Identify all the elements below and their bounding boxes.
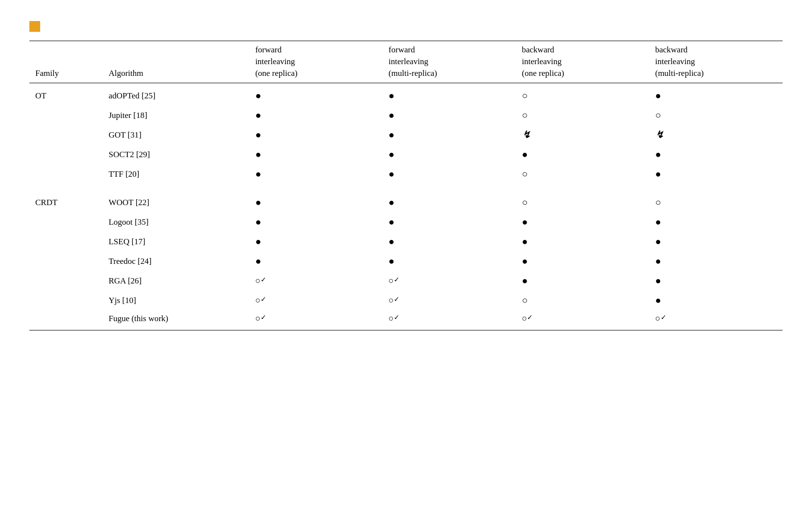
symbol-ov: ○✓ — [255, 276, 266, 285]
symbol-open: ○ — [655, 197, 661, 208]
cell-family — [29, 290, 103, 310]
ov-o: ○ — [655, 314, 661, 323]
cell-col2: ● — [382, 105, 516, 125]
header-algorithm: Algorithm — [103, 41, 249, 83]
symbol-ov: ○✓ — [388, 296, 400, 305]
cell-col4: ● — [649, 271, 783, 290]
cell-algorithm: WOOT [22] — [103, 190, 249, 212]
cell-col4: ● — [649, 251, 783, 271]
cell-col3: ○✓ — [516, 310, 649, 330]
symbol-filled: ● — [388, 216, 394, 227]
table-row: Treedoc [24]●●●● — [29, 251, 783, 271]
symbol-open: ○ — [522, 110, 528, 120]
cell-col2: ● — [382, 83, 516, 106]
cell-col2: ● — [382, 164, 516, 186]
table-row: Jupiter [18]●●○○ — [29, 105, 783, 125]
symbol-filled: ● — [522, 149, 528, 160]
cell-col4: ○ — [649, 190, 783, 212]
symbol-filled: ● — [255, 149, 261, 160]
cell-algorithm: adOPTed [25] — [103, 83, 249, 106]
cell-col3: ○ — [516, 83, 649, 106]
cell-algorithm: Jupiter [18] — [103, 105, 249, 125]
symbol-ov: ○✓ — [388, 314, 400, 323]
cell-family — [29, 310, 103, 330]
symbol-lightning: ↯ — [655, 129, 664, 140]
cell-col3: ○ — [516, 105, 649, 125]
cell-col2: ● — [382, 251, 516, 271]
table-row: TTF [20]●●○● — [29, 164, 783, 186]
header-col2: forwardinterleaving(multi-replica) — [382, 41, 516, 83]
table-row: Fugue (this work)○✓○✓○✓○✓ — [29, 310, 783, 330]
symbol-filled: ● — [388, 236, 394, 247]
symbol-open: ○ — [522, 90, 528, 101]
cell-family — [29, 271, 103, 290]
table-bottom-rule — [29, 330, 783, 330]
group-spacer — [29, 186, 783, 190]
symbol-lightning: ↯ — [522, 129, 530, 140]
caption-icon — [29, 21, 40, 32]
symbol-ov: ○✓ — [522, 314, 533, 323]
table-row: OTadOPTed [25]●●○● — [29, 83, 783, 106]
symbol-filled: ● — [655, 216, 661, 227]
table-row: RGA [26]○✓○✓●● — [29, 271, 783, 290]
table-row: Logoot [35]●●●● — [29, 212, 783, 232]
cell-algorithm: GOT [31] — [103, 125, 249, 144]
symbol-filled: ● — [522, 256, 528, 266]
cell-col4: ○ — [649, 105, 783, 125]
cell-col2: ○✓ — [382, 271, 516, 290]
cell-col1: ● — [249, 251, 382, 271]
symbol-filled: ● — [655, 295, 661, 305]
cell-col2: ● — [382, 212, 516, 232]
symbol-filled: ● — [255, 216, 261, 227]
symbol-filled: ● — [388, 256, 394, 266]
symbol-filled: ● — [255, 90, 261, 101]
table-header-row: Family Algorithm forwardinterleaving(one… — [29, 41, 783, 83]
cell-col4: ● — [649, 232, 783, 251]
ov-check: ✓ — [661, 314, 667, 321]
table-row: GOT [31]●●↯↯ — [29, 125, 783, 144]
cell-col1: ● — [249, 232, 382, 251]
ov-check: ✓ — [261, 314, 266, 321]
symbol-filled: ● — [255, 197, 261, 208]
cell-algorithm: TTF [20] — [103, 164, 249, 186]
cell-col3: ● — [516, 144, 649, 164]
symbol-open: ○ — [522, 197, 528, 208]
cell-col4: ● — [649, 164, 783, 186]
cell-algorithm: Treedoc [24] — [103, 251, 249, 271]
table-row: Yjs [10]○✓○✓○● — [29, 290, 783, 310]
cell-col1: ○✓ — [249, 290, 382, 310]
cell-col4: ● — [649, 144, 783, 164]
cell-col1: ● — [249, 125, 382, 144]
cell-col3: ○ — [516, 190, 649, 212]
cell-family — [29, 144, 103, 164]
cell-col4: ↯ — [649, 125, 783, 144]
symbol-filled: ● — [388, 129, 394, 140]
cell-family — [29, 232, 103, 251]
cell-col4: ● — [649, 83, 783, 106]
ov-o: ○ — [255, 296, 261, 305]
cell-col1: ○✓ — [249, 310, 382, 330]
header-col1: forwardinterleaving(one replica) — [249, 41, 382, 83]
cell-family: CRDT — [29, 190, 103, 212]
symbol-filled: ● — [522, 275, 528, 286]
ov-o: ○ — [388, 314, 394, 323]
cell-col1: ● — [249, 190, 382, 212]
symbol-filled: ● — [255, 110, 261, 120]
cell-col3: ● — [516, 212, 649, 232]
symbol-filled: ● — [655, 168, 661, 179]
cell-col1: ● — [249, 212, 382, 232]
symbol-filled: ● — [255, 256, 261, 266]
cell-col1: ● — [249, 83, 382, 106]
cell-algorithm: Fugue (this work) — [103, 310, 249, 330]
cell-family — [29, 164, 103, 186]
cell-col3: ↯ — [516, 125, 649, 144]
symbol-ov: ○✓ — [655, 314, 667, 323]
cell-col2: ○✓ — [382, 310, 516, 330]
symbol-filled: ● — [655, 275, 661, 286]
header-col4: backwardinterleaving(multi-replica) — [649, 41, 783, 83]
symbol-filled: ● — [522, 236, 528, 247]
cell-algorithm: Yjs [10] — [103, 290, 249, 310]
ov-o: ○ — [255, 276, 261, 285]
cell-col2: ● — [382, 232, 516, 251]
cell-algorithm: SOCT2 [29] — [103, 144, 249, 164]
